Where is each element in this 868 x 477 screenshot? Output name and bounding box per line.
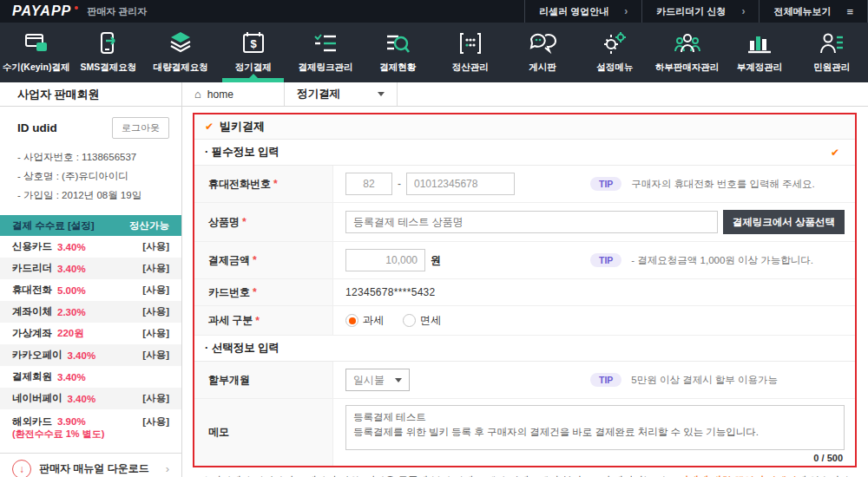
business-name: - 상호명 : (주)유디아이디 (17, 167, 169, 186)
fee-table-header[interactable]: 결제 수수료 [설정] 정산가능 (0, 215, 181, 236)
nav-subseller-manage[interactable]: 하부판매자관리 (651, 23, 723, 82)
product-field-cell: 결제링크에서 상품선택 (333, 203, 855, 241)
nav-payment-status[interactable]: 결제현황 (362, 23, 434, 82)
amount-tip: TIP - 결제요청금액 1,000원 이상 가능합니다. (590, 253, 813, 267)
fee-row: 결제회원 3.40% (0, 366, 181, 388)
nav-payment-link-manage[interactable]: 결제링크관리 (289, 23, 361, 82)
nav-settings-menu[interactable]: 설정메뉴 (579, 23, 651, 82)
memo-label: 메모 (208, 425, 229, 440)
card-field-cell: 12345678****5432 (333, 279, 855, 305)
phone-sms-icon (94, 28, 123, 59)
installment-tip: TIP 5만원 이상 결제시 할부 이용가능 (590, 373, 778, 387)
required-mark: * (253, 254, 257, 266)
tax-option-taxfree[interactable]: 면세 (403, 313, 441, 328)
all-menu-link[interactable]: 전체메뉴보기 ≡ (759, 0, 868, 23)
amount-input[interactable] (345, 249, 425, 271)
nav-label: 부계정관리 (737, 62, 783, 74)
breadcrumb-home[interactable]: ⌂ home (182, 82, 285, 106)
phone-row: 휴대전화번호 * - TIP 구매자의 휴대전화 번호를 입력해 주세요. (194, 166, 855, 203)
nav-label: 대량결제요청 (154, 62, 208, 74)
product-label-cell: 상품명 * (194, 203, 333, 241)
active-tab-pointer (249, 74, 258, 78)
user-id: ID udid (17, 121, 57, 134)
tax-option-taxable[interactable]: 과세 (345, 313, 384, 328)
tip-text: 구매자의 휴대전화 번호를 입력해 주세요. (631, 178, 814, 191)
svg-text:$: $ (250, 37, 257, 50)
join-date: - 가입일 : 2012년 08월 19일 (17, 186, 169, 205)
fee-use-flag: [사용] (142, 327, 169, 340)
card-number-row: 카드번호 * 12345678****5432 (194, 279, 855, 306)
nav-complaint-manage[interactable]: 민원관리 (796, 23, 868, 82)
business-number: - 사업자번호 : 1138656537 (17, 147, 169, 167)
fee-settings-label[interactable]: 결제 수수료 [설정] (12, 219, 95, 232)
admin-subtitle: 판매자 관리자 (87, 5, 147, 18)
amount-field-cell: 원 TIP - 결제요청금액 1,000원 이상 가능합니다. (333, 242, 855, 278)
memo-textarea[interactable]: 등록결제 테스트 등록결제를 위한 빌키 등록 후 구매자의 결제건을 바로 결… (345, 405, 845, 450)
fee-use-flag: [사용] (142, 415, 169, 428)
billkey-form-box: ✔ 빌키결제 · 필수정보 입력 ✔ 휴대전화번호 * - (193, 113, 857, 467)
logout-button[interactable]: 로그아웃 (112, 117, 169, 139)
nav-label: 결제링크관리 (298, 62, 352, 74)
fee-name: 계좌이체 (12, 305, 52, 318)
business-info: - 사업자번호 : 1138656537 - 상호명 : (주)유디아이디 - … (0, 146, 181, 213)
hamburger-menu-icon: ≡ (846, 5, 853, 18)
reseller-info-link[interactable]: 리셀러 영업안내 › (524, 0, 641, 23)
select-product-from-link-button[interactable]: 결제링크에서 상품선택 (723, 210, 845, 234)
amount-row: 결제금액 * 원 TIP - 결제요청금액 1,000원 이상 가능합니다. (194, 242, 855, 279)
nav-board[interactable]: 게시판 (506, 23, 578, 82)
home-icon: ⌂ (194, 88, 201, 101)
nav-subscription-payment[interactable]: $ 정기결제 (217, 23, 289, 82)
nav-label: 정기결제 (235, 62, 272, 74)
gears-icon (600, 28, 629, 59)
radio-selected-icon[interactable] (345, 314, 358, 327)
main-body: ✔ 빌키결제 · 필수정보 입력 ✔ 휴대전화번호 * - (182, 107, 868, 477)
required-mark: * (242, 216, 247, 228)
settlement-available-label: 정산가능 (129, 219, 169, 232)
card-reader-apply-link[interactable]: 카드리더기 신청 › (641, 0, 759, 23)
nav-label: 결제현황 (379, 62, 416, 74)
nav-settlement-manage[interactable]: 정산관리 (434, 23, 506, 82)
fee-name: 카카오페이 (12, 349, 62, 362)
tip-badge: TIP (590, 373, 621, 387)
bar-chart-icon (745, 28, 774, 59)
logo-accent-dot (75, 6, 78, 10)
country-code-input[interactable] (345, 173, 392, 195)
breadcrumb-menu-select[interactable]: 정기결제 (285, 82, 398, 106)
nav-label: 수기(Keyin)결제 (3, 62, 70, 74)
fee-name: 카드리더 (12, 262, 52, 275)
nav-label: 민원관리 (813, 62, 850, 74)
required-mark: * (273, 178, 278, 190)
amount-label: 결제금액 (208, 253, 250, 268)
fee-rate: 3.40% (57, 242, 86, 252)
person-list-icon (817, 28, 846, 59)
nav-keyin-payment[interactable]: 수기(Keyin)결제 (0, 23, 72, 82)
phone-label-cell: 휴대전화번호 * (194, 166, 333, 202)
sidebar: 사업자 판매회원 ID udid 로그아웃 - 사업자번호 : 11386565… (0, 82, 182, 477)
reseller-info-label: 리셀러 영업안내 (539, 5, 608, 18)
fee-row: 신용카드 3.40% [사용] (0, 236, 181, 258)
logo-area: PAYAPP 판매자 관리자 (0, 0, 147, 23)
radio-unselected-icon[interactable] (403, 314, 416, 327)
fee-rate: 5.00% (57, 285, 86, 296)
nav-sms-payment-request[interactable]: SMS결제요청 (72, 23, 144, 82)
fee-use-flag: [사용] (142, 349, 169, 362)
layers-icon (166, 28, 195, 59)
seller-manual-download[interactable]: ↓ 판매자 매뉴얼 다운로드 › (0, 453, 181, 477)
fee-row: 휴대전화 5.00% [사용] (0, 279, 181, 301)
fee-use-flag: [사용] (142, 392, 169, 405)
installment-select[interactable]: 일시불 (345, 369, 410, 391)
tip-badge: TIP (590, 253, 621, 267)
fee-use-flag: [사용] (142, 284, 169, 297)
topbar-links: 리셀러 영업안내 › 카드리더기 신청 › 전체메뉴보기 ≡ (524, 0, 868, 23)
phone-number-input[interactable] (406, 173, 515, 195)
product-row: 상품명 * 결제링크에서 상품선택 (194, 203, 855, 242)
fee-name: 가상계좌 (12, 327, 52, 340)
fee-list: 신용카드 3.40% [사용] 카드리더 3.40% [사용] 휴대전화 5.0… (0, 236, 181, 444)
product-name-input[interactable] (345, 211, 718, 233)
nav-bulk-payment-request[interactable]: 대량결제요청 (145, 23, 217, 82)
installment-field-cell: 일시불 TIP 5만원 이상 결제시 할부 이용가능 (333, 362, 855, 398)
fee-use-flag: [사용] (142, 240, 169, 253)
calendar-dollar-icon: $ (239, 28, 268, 59)
card-number-value: 12345678****5432 (345, 286, 436, 298)
nav-subaccount-manage[interactable]: 부계정관리 (723, 23, 795, 82)
